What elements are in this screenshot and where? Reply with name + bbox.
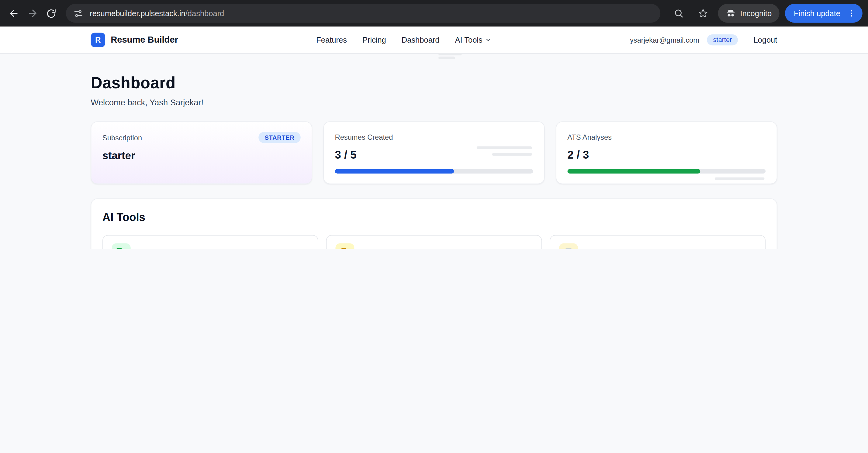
- ats-analyses-card: ATS Analyses 2 / 3: [556, 121, 777, 184]
- subscription-card: Subscription STARTER starter: [91, 121, 312, 184]
- arrow-left-icon: [8, 8, 19, 19]
- back-button[interactable]: [5, 4, 22, 23]
- browser-window: resumebuilder.pulsestack.in/dashboard In…: [0, 0, 868, 249]
- welcome-text: Welcome back, Yash Sarjekar!: [91, 97, 777, 107]
- brand-link[interactable]: R Resume Builder: [91, 33, 178, 47]
- bookmark-star-button[interactable]: [694, 4, 713, 23]
- ats-analyses-value: 2 / 3: [567, 148, 766, 161]
- subscription-value: starter: [102, 150, 301, 162]
- resumes-progress-fill: [335, 169, 454, 173]
- site-header: R Resume Builder Features Pricing Dashbo…: [0, 27, 868, 54]
- incognito-icon: [726, 8, 736, 18]
- tool-icon-tile: [335, 243, 354, 249]
- url-bar[interactable]: resumebuilder.pulsestack.in/dashboard: [66, 4, 661, 23]
- site-info-icon: [73, 8, 83, 18]
- toolbar-actions: Incognito Finish update: [670, 4, 863, 23]
- reload-icon: [46, 8, 57, 19]
- zoom-button[interactable]: [670, 4, 688, 23]
- nav-pricing[interactable]: Pricing: [363, 36, 386, 45]
- dashboard-page: Dashboard Welcome back, Yash Sarjekar! S…: [0, 54, 868, 249]
- page-title: Dashboard: [91, 54, 777, 92]
- document-icon: [340, 248, 350, 249]
- nav-ai-tools[interactable]: AI Tools: [455, 36, 492, 45]
- nav-features[interactable]: Features: [316, 36, 347, 45]
- tool-card-cover-letter-generator[interactable]: Cover Letter Generator Create personaliz…: [326, 235, 542, 249]
- skeleton-line: [438, 53, 462, 55]
- skeleton-line: [492, 153, 532, 156]
- brand-name: Resume Builder: [111, 35, 178, 45]
- plan-badge: starter: [707, 34, 738, 45]
- subscription-tier-badge: STARTER: [258, 132, 300, 143]
- url-host: resumebuilder.pulsestack.in: [90, 9, 185, 18]
- user-area: ysarjekar@gmail.com starter Logout: [630, 34, 777, 45]
- ats-progress-fill: [567, 169, 700, 173]
- resumes-created-card: Resumes Created 3 / 5: [323, 121, 545, 184]
- url-text: resumebuilder.pulsestack.in/dashboard: [90, 9, 224, 18]
- browser-toolbar: resumebuilder.pulsestack.in/dashboard In…: [0, 0, 868, 27]
- ai-tools-grid: Keyword Extractor Extract key skills fro…: [102, 235, 766, 249]
- ai-tools-panel: AI Tools Keyword Extractor Extract key s…: [91, 198, 777, 249]
- logout-button[interactable]: Logout: [753, 36, 777, 45]
- url-path: /dashboard: [185, 9, 224, 18]
- ai-tools-title: AI Tools: [102, 211, 766, 224]
- incognito-badge: Incognito: [718, 4, 779, 23]
- tag-icon: [116, 248, 126, 249]
- star-icon: [698, 8, 708, 18]
- tool-card-linkedin-optimizer[interactable]: LinkedIn Optimizer Optimize your LinkedI…: [550, 235, 766, 249]
- arrow-right-icon: [27, 8, 38, 19]
- finish-update-label: Finish update: [794, 9, 840, 18]
- stats-row: Subscription STARTER starter Resumes Cre…: [91, 121, 777, 184]
- main-nav: Features Pricing Dashboard AI Tools: [316, 36, 492, 45]
- tool-icon-tile: [559, 243, 578, 249]
- magnifier-icon: [674, 8, 684, 18]
- tool-card-keyword-extractor[interactable]: Keyword Extractor Extract key skills fro…: [102, 235, 318, 249]
- resumes-progress-track: [335, 169, 533, 173]
- person-badge-icon: [564, 248, 574, 249]
- user-email: ysarjekar@gmail.com: [630, 36, 699, 44]
- forward-button[interactable]: [24, 4, 41, 23]
- chevron-down-icon: [485, 36, 492, 43]
- browser-menu-button[interactable]: [844, 9, 859, 18]
- finish-update-button[interactable]: Finish update: [785, 4, 863, 23]
- tool-icon-tile: [112, 243, 131, 249]
- ats-analyses-label: ATS Analyses: [567, 133, 612, 141]
- nav-ai-tools-label: AI Tools: [455, 36, 482, 45]
- reload-button[interactable]: [43, 4, 59, 23]
- skeleton-line: [438, 57, 455, 59]
- ats-progress-track: [567, 169, 766, 173]
- skeleton-line: [477, 146, 532, 149]
- nav-dashboard[interactable]: Dashboard: [402, 36, 440, 45]
- incognito-label: Incognito: [740, 9, 772, 18]
- subscription-label: Subscription: [102, 133, 142, 142]
- kebab-menu-icon: [847, 9, 856, 18]
- skeleton-line: [715, 177, 765, 180]
- resumes-created-label: Resumes Created: [335, 133, 393, 141]
- brand-logo: R: [91, 33, 105, 47]
